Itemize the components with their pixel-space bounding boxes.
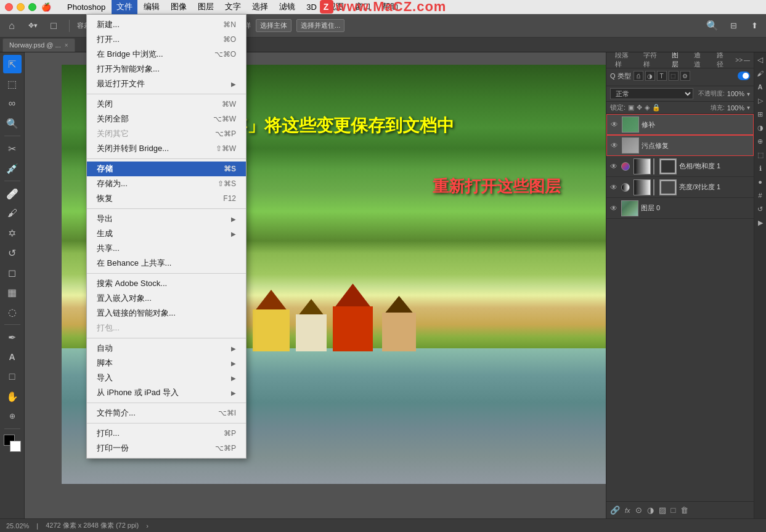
menu-generate[interactable]: 生成	[87, 226, 246, 241]
layer-filter-toggle[interactable]	[738, 72, 750, 80]
layer-brightness-visibility[interactable]: 👁	[609, 182, 619, 192]
blend-mode-select[interactable]: 正常	[610, 88, 693, 99]
lock-pixel-icon[interactable]: ▣	[628, 104, 634, 112]
app-name[interactable]: Photoshop	[62, 0, 110, 14]
panel-action-icon[interactable]: ▶	[756, 218, 765, 227]
layer-filter-text[interactable]: T	[657, 71, 667, 81]
delete-layer-icon[interactable]: 🗑	[680, 505, 688, 515]
menu-recent[interactable]: 最近打开文件	[87, 76, 246, 91]
magic-wand-tool[interactable]: 🔍	[3, 114, 22, 133]
background-color[interactable]	[10, 441, 21, 452]
menu-browse-bridge[interactable]: 在 Bridge 中浏览... ⌥⌘O	[87, 47, 246, 62]
menu-file-info[interactable]: 文件简介... ⌥⌘I	[87, 406, 246, 420]
status-arrow[interactable]: ›	[146, 522, 149, 530]
layer-brightness[interactable]: 👁 亮度/对比度 1	[606, 177, 754, 198]
menu-import-iphone[interactable]: 从 iPhone 或 iPad 导入	[87, 385, 246, 400]
minimize-button[interactable]	[17, 3, 25, 11]
apple-menu[interactable]: 🍎	[36, 0, 56, 14]
fill-chevron[interactable]: ▾	[747, 104, 750, 111]
panel-grid-icon[interactable]: #	[756, 190, 765, 200]
panel-toggle-1[interactable]: ◁	[756, 55, 765, 65]
layer-repair[interactable]: 👁 修补	[606, 114, 754, 135]
search-icon[interactable]: 🔍	[704, 18, 720, 34]
healing-tool[interactable]: 🩹	[3, 184, 22, 203]
home-icon[interactable]: ⌂	[4, 18, 20, 34]
menu-print[interactable]: 打印... ⌘P	[87, 426, 246, 441]
select-subject-button[interactable]: 选择主体	[256, 19, 291, 32]
clone-tool[interactable]: ✡	[3, 224, 22, 242]
panel-shape-icon[interactable]: ▷	[756, 96, 765, 105]
layer-base-visibility[interactable]: 👁	[609, 203, 619, 213]
layer-filter-smart[interactable]: ⚙	[680, 71, 690, 81]
brush-tool[interactable]: 🖌	[3, 204, 22, 223]
panel-adjust-icon[interactable]: ◑	[756, 123, 765, 133]
link-layers-icon[interactable]: 🔗	[610, 505, 620, 515]
tab-close-icon[interactable]: ×	[65, 42, 68, 49]
move-tool[interactable]: ⇱	[3, 55, 22, 73]
layer-spot-visibility[interactable]: 👁	[609, 141, 619, 150]
layer-hsl[interactable]: 👁 色相/饱和度 1	[606, 156, 754, 177]
menu-save-as[interactable]: 存储为... ⇧⌘S	[87, 176, 246, 191]
menu-save[interactable]: 存储 ⌘S	[87, 162, 246, 176]
opacity-chevron[interactable]: ▾	[747, 91, 750, 97]
select-and-mask-button[interactable]: 选择并遮住...	[296, 19, 344, 32]
panel-history-icon[interactable]: ↺	[756, 204, 765, 214]
marquee-tool[interactable]: ⬚	[3, 75, 22, 93]
menu-text[interactable]: 文字	[220, 0, 246, 14]
text-tool[interactable]: A	[3, 348, 22, 366]
fullscreen-button[interactable]	[28, 3, 36, 11]
folder-icon[interactable]: ▨	[659, 505, 666, 515]
menu-edit[interactable]: 编辑	[139, 0, 165, 14]
panel-text-icon[interactable]: A	[756, 82, 765, 92]
menu-image[interactable]: 图像	[166, 0, 192, 14]
menu-share-behance[interactable]: 在 Behance 上共享...	[87, 256, 246, 271]
shape-tool[interactable]: □	[3, 367, 22, 386]
lasso-tool[interactable]: ∞	[3, 94, 22, 113]
adjustment-icon[interactable]: ◑	[647, 505, 654, 515]
panel-brush-icon[interactable]: 🖌	[756, 68, 765, 78]
crop-tool[interactable]: ✂	[3, 139, 22, 158]
color-swatch[interactable]	[4, 435, 21, 452]
panel-select-icon[interactable]: ⊕	[756, 136, 765, 146]
layer-filter-adjust[interactable]: ◑	[645, 71, 655, 81]
layer-spot-repair[interactable]: 👁 污点修复	[606, 135, 754, 156]
eraser-tool[interactable]: ◻	[3, 263, 22, 282]
add-mask-icon[interactable]: ⊙	[635, 505, 642, 515]
menu-place-linked[interactable]: 置入链接的智能对象...	[87, 306, 246, 321]
menu-close-bridge[interactable]: 关闭并转到 Bridge... ⇧⌘W	[87, 141, 246, 156]
pen-tool[interactable]: ✒	[3, 328, 22, 346]
menu-place-embedded[interactable]: 置入嵌入对象...	[87, 291, 246, 306]
close-button[interactable]	[5, 3, 13, 11]
dodge-tool[interactable]: ◌	[3, 303, 22, 321]
lock-move-icon[interactable]: ✥	[637, 104, 642, 112]
menu-automate[interactable]: 自动	[87, 341, 246, 356]
new-layer-icon[interactable]: □	[671, 505, 676, 515]
layer-hsl-visibility[interactable]: 👁	[609, 162, 619, 171]
panel-transform-icon[interactable]: ⬚	[756, 150, 765, 160]
panel-menu-icon[interactable]: >>	[735, 57, 743, 63]
panel-color-icon[interactable]: ●	[756, 177, 765, 187]
gradient-tool[interactable]: ▦	[3, 283, 22, 301]
layer-repair-visibility[interactable]: 👁	[609, 120, 619, 129]
document-tab[interactable]: Norway.psd @ ... ×	[2, 38, 75, 52]
zoom-tool[interactable]: ⊕	[3, 407, 22, 425]
layer-filter-image[interactable]: ⎙	[634, 71, 643, 81]
lock-all-icon[interactable]: 🔒	[652, 104, 661, 112]
lock-artboard-icon[interactable]: ◈	[645, 104, 650, 112]
panel-info-icon[interactable]: ℹ	[756, 163, 765, 173]
menu-import[interactable]: 导入	[87, 370, 246, 385]
history-brush-tool[interactable]: ↺	[3, 243, 22, 262]
menu-print-one[interactable]: 打印一份 ⌥⌘P	[87, 441, 246, 456]
menu-revert[interactable]: 恢复 F12	[87, 191, 246, 206]
menu-new[interactable]: 新建... ⌘N	[87, 17, 246, 32]
menu-open-smart[interactable]: 打开为智能对象...	[87, 62, 246, 76]
zoom-out-icon[interactable]: ⊟	[725, 18, 741, 34]
menu-close-all[interactable]: 关闭全部 ⌥⌘W	[87, 112, 246, 126]
menu-scripts[interactable]: 脚本	[87, 356, 246, 370]
menu-layer[interactable]: 图层	[193, 0, 219, 14]
menu-filter[interactable]: 滤镜	[274, 0, 300, 14]
panel-layer2-icon[interactable]: ⊞	[756, 109, 765, 119]
hand-tool[interactable]: ✋	[3, 387, 22, 406]
eyedropper-tool[interactable]: 💉	[3, 159, 22, 178]
menu-share[interactable]: 共享...	[87, 241, 246, 256]
